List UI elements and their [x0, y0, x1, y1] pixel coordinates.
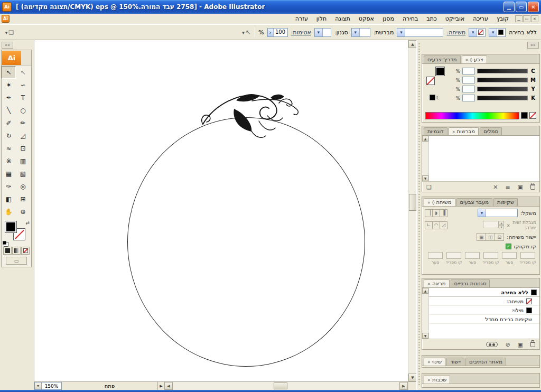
bevel-join-button[interactable]: ◿	[440, 221, 447, 229]
vertical-scroll-thumb[interactable]	[409, 194, 416, 211]
menu-window[interactable]: חלון	[312, 14, 331, 23]
brush-options-icon[interactable]: ≡	[505, 184, 510, 191]
menu-object[interactable]: אובייקט	[441, 14, 469, 23]
doc-restore-button[interactable]: ▭	[523, 15, 530, 22]
ellipse-tool[interactable]: ○	[16, 104, 30, 117]
spin-up-icon[interactable]: ▲	[499, 221, 504, 225]
tab-transparency[interactable]: שקיפות	[493, 198, 518, 206]
menu-file[interactable]: קובץ	[492, 14, 513, 23]
menu-filter[interactable]: מסנן	[378, 14, 398, 23]
miter-limit-field[interactable]: ▲▼	[483, 221, 504, 229]
align-inside-button[interactable]: ◫	[486, 233, 495, 241]
menu-effect[interactable]: אפקט	[355, 14, 378, 23]
tab-close-icon[interactable]	[427, 359, 431, 365]
style-combo[interactable]	[314, 28, 331, 37]
projecting-cap-button[interactable]: ▐	[440, 209, 447, 217]
delete-item-icon[interactable]	[530, 342, 535, 347]
scroll-up-icon[interactable]	[408, 40, 416, 48]
tab-layers[interactable]: שכבות	[424, 376, 450, 384]
stroke-link[interactable]: משיחה:	[446, 29, 465, 36]
appearance-row-stroke[interactable]: משיחה:	[429, 297, 539, 306]
gap-field[interactable]	[502, 252, 517, 259]
column-graph-tool[interactable]: ▥	[16, 155, 30, 167]
dash-field[interactable]	[483, 252, 498, 259]
flourish-ornament[interactable]	[200, 89, 301, 144]
maximize-button[interactable]	[516, 2, 527, 12]
dashed-line-checkbox[interactable]	[506, 244, 511, 249]
rotate-tool[interactable]: ↻	[2, 129, 16, 142]
remove-brush-icon[interactable]: ✕	[493, 184, 498, 191]
brush-combo[interactable]	[351, 28, 370, 37]
stroke-color-combo[interactable]	[469, 28, 486, 37]
new-brush-icon[interactable]: ▣	[518, 184, 523, 191]
scroll-right-icon[interactable]	[399, 382, 408, 390]
magenta-value-field[interactable]	[462, 77, 475, 83]
stroke-weight-dropdown[interactable]	[478, 209, 518, 217]
cyan-value-field[interactable]	[462, 68, 475, 74]
chevron-down-icon[interactable]	[315, 29, 323, 36]
scroll-down-icon[interactable]	[422, 333, 428, 339]
appearance-row-no-selection[interactable]: ללא בחירה	[429, 288, 539, 297]
menu-view[interactable]: תצוגה	[331, 14, 354, 23]
artboard[interactable]	[34, 40, 416, 381]
magic-wand-tool[interactable]: ✶	[2, 79, 16, 91]
pencil-tool[interactable]: ✏	[16, 117, 30, 129]
hand-tool[interactable]: ✋	[2, 206, 16, 218]
opacity-field[interactable]: 100	[267, 28, 288, 37]
warp-tool[interactable]: ≈	[2, 142, 16, 155]
selection-tool[interactable]: ↖	[2, 66, 16, 79]
swap-fill-stroke-icon[interactable]	[25, 220, 30, 226]
brushes-scrollbar[interactable]	[422, 136, 429, 181]
tab-align[interactable]: יישור	[446, 358, 464, 366]
collapse-dock-icon[interactable]	[527, 42, 539, 49]
tab-brushes[interactable]: מברשות	[449, 127, 479, 135]
chevron-down-icon[interactable]	[489, 29, 497, 36]
fill-color-swatch[interactable]	[5, 221, 16, 232]
select-similar-button[interactable]	[241, 27, 251, 38]
tab-symbols[interactable]: סמלים	[480, 127, 502, 135]
menu-help[interactable]: עזרה	[291, 14, 312, 23]
scroll-down-icon[interactable]	[422, 175, 428, 181]
chevron-down-icon[interactable]	[469, 29, 477, 36]
line-segment-tool[interactable]: ╲	[2, 104, 16, 117]
direct-selection-tool[interactable]: ↖	[16, 66, 30, 79]
color-mode-button[interactable]	[3, 247, 12, 255]
black-slider[interactable]	[477, 96, 528, 100]
tab-transform[interactable]: שינוי	[424, 358, 445, 366]
doc-minimize-button[interactable]: ▁	[515, 15, 523, 22]
gap-field[interactable]	[428, 252, 443, 259]
scroll-left-icon[interactable]	[164, 382, 173, 390]
menu-type[interactable]: כתב	[422, 14, 441, 23]
stroke-weight-combo[interactable]	[397, 28, 443, 37]
menu-select[interactable]: בחירה	[398, 14, 422, 23]
tab-close-icon[interactable]	[452, 128, 455, 134]
tab-close-icon[interactable]	[427, 281, 431, 286]
status-next-icon[interactable]	[158, 382, 164, 390]
fill-proxy-swatch[interactable]	[436, 67, 444, 76]
status-field[interactable]: פתח	[62, 382, 158, 390]
gap-field[interactable]	[465, 252, 480, 259]
horizontal-scrollbar[interactable]	[164, 382, 408, 390]
eyedropper-tool[interactable]: ✑	[2, 180, 16, 193]
tab-graphic-styles[interactable]: סגנונות גרפיים	[451, 279, 490, 287]
screen-mode-button[interactable]	[6, 257, 27, 265]
current-color-swatch[interactable]	[430, 95, 435, 100]
tab-stroke[interactable]: משיחה	[424, 198, 455, 206]
tab-pathfinder[interactable]: מאתר הנתיבים	[465, 358, 506, 366]
tab-close-icon[interactable]	[465, 57, 469, 62]
minimize-button[interactable]	[503, 2, 515, 12]
ellipse-shape[interactable]	[127, 117, 365, 367]
zoom-tool[interactable]: ⊕	[16, 206, 30, 218]
chevron-down-icon[interactable]	[35, 382, 42, 389]
round-cap-button[interactable]: ◗	[432, 209, 440, 217]
fill-stroke-proxy[interactable]	[426, 67, 444, 85]
none-mode-button[interactable]	[21, 247, 30, 255]
stroke-proxy-swatch[interactable]	[426, 77, 435, 85]
scroll-down-icon[interactable]	[408, 374, 416, 381]
duplicate-item-icon[interactable]	[486, 342, 498, 347]
new-item-icon[interactable]: ▣	[518, 341, 523, 348]
horizontal-scroll-thumb[interactable]	[274, 382, 287, 389]
brushes-list[interactable]	[422, 136, 539, 182]
gradient-mode-button[interactable]	[12, 247, 21, 255]
round-join-button[interactable]: ◠	[432, 221, 440, 229]
